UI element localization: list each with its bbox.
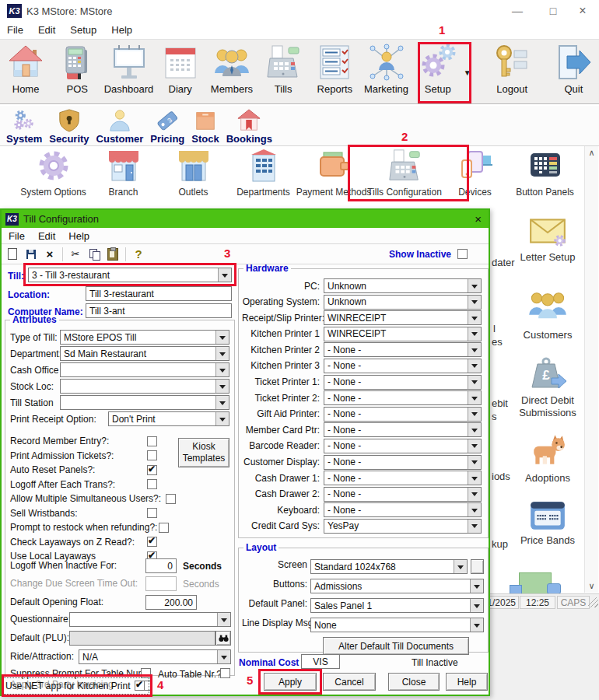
dropdown-arrow-icon[interactable]	[215, 412, 229, 425]
save-icon[interactable]	[25, 248, 37, 261]
close-button[interactable]: Close	[388, 673, 440, 691]
kitchen-printer-2-dropdown[interactable]: - None -	[324, 342, 482, 357]
record-member-entry-checkbox[interactable]	[147, 436, 157, 446]
new-file-icon[interactable]	[6, 248, 19, 261]
toolbar-logout[interactable]: Logout	[485, 44, 539, 95]
customer-display-dropdown[interactable]: - None -	[324, 455, 482, 470]
minimize-button-icon[interactable]: —	[507, 3, 527, 19]
dropdown-arrow-icon[interactable]	[468, 359, 481, 373]
allow-multiple-users-checkbox[interactable]	[166, 494, 176, 504]
quick-bookings[interactable]: Bookings	[226, 109, 272, 145]
dropdown-arrow-icon[interactable]	[468, 520, 481, 533]
dropdown-arrow-icon[interactable]	[468, 327, 481, 341]
dropdown-arrow-icon[interactable]	[468, 456, 481, 469]
grid-devices[interactable]: Devices	[440, 148, 510, 205]
toolbar-pos[interactable]: POS	[51, 44, 103, 95]
help-icon[interactable]: ?	[132, 248, 145, 261]
questionnaire-dropdown[interactable]	[69, 612, 231, 627]
cancel-button[interactable]: Cancel	[323, 673, 376, 691]
logoff-after-each-trans-checkbox[interactable]	[147, 479, 157, 489]
menu-help[interactable]: Help	[111, 24, 132, 39]
toolbar-home[interactable]: Home	[0, 44, 51, 95]
copy-icon[interactable]	[88, 248, 100, 261]
credit-card-sys-dropdown[interactable]: YesPay	[324, 519, 482, 534]
toolbar-marketing[interactable]: Marketing	[360, 44, 412, 95]
dropdown-arrow-icon[interactable]	[217, 613, 230, 626]
show-inactive-checkbox[interactable]	[457, 249, 468, 259]
rc-adoptions[interactable]: Adoptions	[502, 432, 594, 485]
alter-default-till-documents-button[interactable]: Alter Default Till Documents	[323, 637, 469, 655]
dropdown-arrow-icon[interactable]	[470, 579, 483, 593]
help-button[interactable]: Help	[446, 673, 488, 691]
dropdown-arrow-icon[interactable]	[468, 471, 481, 485]
grid-system-options[interactable]: System Options	[19, 148, 88, 205]
buttons-dropdown[interactable]: Admissions	[310, 579, 484, 593]
dropdown-arrow-icon[interactable]	[468, 279, 481, 292]
quick-stock[interactable]: Stock	[191, 109, 219, 145]
dropdown-arrow-icon[interactable]	[468, 376, 481, 389]
default-float-input[interactable]: 200.00	[145, 595, 197, 610]
grid-button-panels[interactable]: Button Panels	[510, 148, 580, 205]
operating-system-dropdown[interactable]: Unknown	[324, 295, 482, 310]
menu-file[interactable]: File	[7, 24, 23, 39]
dropdown-arrow-icon[interactable]	[454, 560, 467, 573]
rc-letter-setup[interactable]: Letter Setup	[502, 215, 594, 264]
check-layaways-z-read-checkbox[interactable]	[147, 537, 157, 547]
dialog-menu-file[interactable]: File	[9, 230, 25, 243]
dropdown-arrow-icon[interactable]	[468, 296, 481, 309]
dropdown-arrow-icon[interactable]	[468, 391, 481, 404]
type-of-till-dropdown[interactable]: MStore EPOS Till	[60, 330, 229, 345]
grid-departments[interactable]: Departments	[229, 148, 298, 205]
default-panel-dropdown[interactable]: Sales Panel 1	[310, 598, 484, 613]
toolbar-members[interactable]: Members	[206, 44, 257, 95]
setup-dropdown-arrow-icon[interactable]: ▼	[464, 44, 475, 77]
rc-customers[interactable]: Customers	[502, 286, 594, 341]
screen-extra-button[interactable]	[471, 559, 484, 574]
dropdown-arrow-icon[interactable]	[215, 347, 229, 360]
toolbar-reports[interactable]: Reports	[309, 44, 360, 95]
dropdown-arrow-icon[interactable]	[218, 268, 231, 282]
dropdown-arrow-icon[interactable]	[468, 503, 481, 516]
quick-security[interactable]: Security	[49, 109, 89, 145]
barcode-reader-dropdown[interactable]: - None -	[324, 439, 482, 453]
grid-tills-configuration[interactable]: Tills Configuration	[370, 148, 440, 205]
cash-drawer-1-dropdown[interactable]: - None -	[324, 471, 482, 485]
quick-pricing[interactable]: 3 Pricing	[150, 109, 184, 145]
dropdown-arrow-icon[interactable]	[470, 599, 483, 612]
pc-dropdown[interactable]: Unknown	[324, 278, 482, 293]
auto-reset-panels-checkbox[interactable]	[147, 465, 157, 475]
quick-customer[interactable]: Customer	[96, 109, 144, 145]
plu-search-button[interactable]	[215, 631, 231, 646]
member-card-ptr-dropdown[interactable]: - None -	[324, 422, 482, 437]
prompt-restock-refunding-checkbox[interactable]	[159, 523, 169, 533]
till-station-dropdown[interactable]	[60, 395, 229, 410]
toolbar-quit[interactable]: Quit	[548, 44, 599, 95]
cut-icon[interactable]: ✂	[69, 248, 82, 261]
location-input[interactable]: Till 3-restaurant	[86, 286, 232, 301]
toolbar-setup[interactable]: Setup	[412, 44, 464, 95]
cash-office-dropdown[interactable]	[60, 362, 229, 377]
dropdown-arrow-icon[interactable]	[468, 311, 481, 324]
resize-grip[interactable]	[588, 597, 598, 607]
quick-system[interactable]: System	[6, 109, 42, 145]
stock-loc-dropdown[interactable]	[60, 379, 229, 394]
nominal-cost-centre-input[interactable]: VIS	[301, 654, 340, 669]
kiosk-templates-button[interactable]: Kiosk Templates	[178, 438, 229, 467]
kitchen-printer-3-dropdown[interactable]: - None -	[324, 359, 482, 373]
maximize-button-icon[interactable]: □	[543, 3, 563, 19]
cash-drawer-2-dropdown[interactable]: - None -	[324, 487, 482, 502]
screen-dropdown[interactable]: Standard 1024x768	[310, 559, 468, 574]
rc-price-bands[interactable]: Price Bands	[502, 499, 594, 547]
keyboard-dropdown[interactable]: - None -	[324, 502, 482, 517]
rc-direct-debit[interactable]: £ Direct Debit Submissions	[502, 356, 594, 419]
till-dropdown[interactable]: 3 - Till 3-restaurant	[28, 268, 232, 282]
toolbar-tills[interactable]: Tills	[257, 44, 309, 95]
toolbar-diary[interactable]: Diary	[155, 44, 206, 95]
dialog-menu-help[interactable]: Help	[68, 230, 89, 243]
receipt-slip-printer-dropdown[interactable]: WINRECEIPT	[324, 310, 482, 325]
print-receipt-option-dropdown[interactable]: Don't Print	[108, 411, 229, 426]
menu-setup[interactable]: Setup	[70, 24, 96, 39]
kitchen-printer-1-dropdown[interactable]: WINRECEIPT	[324, 327, 482, 341]
suppress-table-checkbox[interactable]	[141, 668, 151, 678]
scroll-down-icon[interactable]: ∨	[587, 581, 597, 591]
